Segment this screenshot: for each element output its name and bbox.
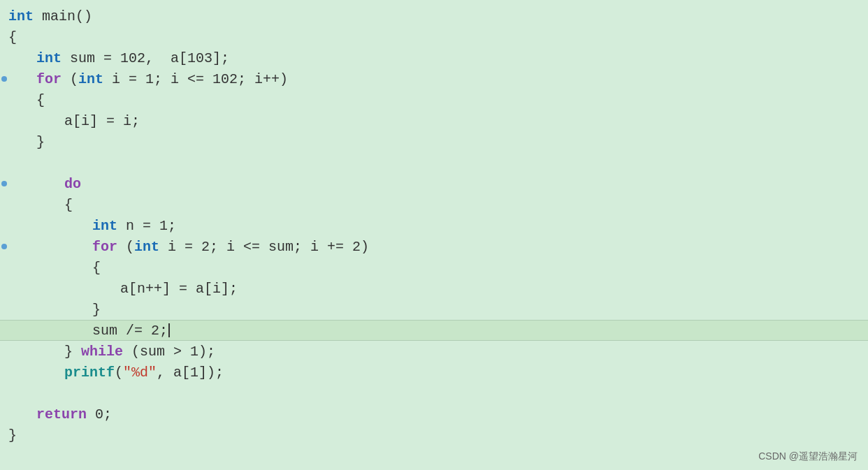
code-token: do: [64, 176, 81, 192]
code-token: sum = 102, a[103];: [62, 50, 229, 66]
line-content: }: [8, 134, 45, 150]
line-indicator: [0, 181, 8, 186]
code-token: {: [36, 92, 45, 108]
code-line: do: [0, 173, 868, 194]
code-line: {: [0, 27, 868, 47]
line-content: }: [8, 427, 17, 443]
code-token: (sum > 1);: [123, 344, 215, 360]
line-indicator: [0, 244, 8, 249]
code-line: }: [0, 131, 868, 152]
code-token: }: [36, 134, 45, 150]
code-line: {: [0, 89, 868, 110]
code-token: (: [62, 71, 78, 87]
code-line: } while (sum > 1);: [0, 341, 868, 362]
code-token: }: [64, 344, 81, 360]
code-token: sum /= 2;: [92, 323, 168, 339]
code-token: {: [8, 29, 17, 45]
code-token: a[n++] = a[i];: [120, 281, 238, 297]
code-token: i = 2; i <= sum; i += 2): [159, 239, 369, 255]
code-token: i = 1; i <= 102; i++): [103, 71, 288, 87]
code-token: }: [92, 302, 101, 318]
code-token: (: [115, 365, 123, 381]
line-content: {: [8, 92, 45, 108]
code-line: int sum = 102, a[103];: [0, 47, 868, 68]
line-content: do: [8, 176, 81, 192]
code-lines: int main(){int sum = 102, a[103];for (in…: [0, 6, 868, 446]
code-token: {: [64, 197, 73, 213]
code-token: for: [36, 71, 62, 87]
breakpoint-dot: [1, 181, 7, 186]
code-line: a[n++] = a[i];: [0, 278, 868, 299]
code-token: "%d": [123, 365, 157, 381]
code-token: n = 1;: [117, 218, 176, 234]
line-content: }: [8, 302, 101, 318]
breakpoint-dot: [1, 76, 7, 82]
code-line: [0, 152, 868, 173]
line-content: int main(): [8, 8, 92, 24]
code-line: for (int i = 2; i <= sum; i += 2): [0, 236, 868, 257]
line-content: int n = 1;: [8, 218, 176, 234]
code-line: printf("%d", a[1]);: [0, 362, 868, 383]
line-content: a[i] = i;: [8, 113, 140, 129]
code-line: sum /= 2;: [0, 320, 868, 341]
code-editor: int main(){int sum = 102, a[103];for (in…: [0, 0, 868, 470]
code-line: int main(): [0, 6, 868, 27]
watermark: CSDN @遥望浩瀚星河: [758, 450, 858, 463]
line-content: for (int i = 1; i <= 102; i++): [8, 71, 288, 87]
code-token: 0;: [87, 406, 112, 423]
code-line: [0, 383, 868, 404]
line-content: return 0;: [8, 406, 112, 423]
code-line: return 0;: [0, 404, 868, 425]
line-content: } while (sum > 1);: [8, 344, 215, 360]
code-token: int: [92, 218, 117, 234]
code-token: for: [92, 239, 117, 255]
line-content: a[n++] = a[i];: [8, 281, 238, 297]
line-content: {: [8, 29, 17, 45]
breakpoint-dot: [1, 244, 7, 249]
code-token: return: [36, 406, 87, 423]
code-line: }: [0, 425, 868, 446]
code-token: printf: [64, 365, 115, 381]
code-token: {: [92, 260, 101, 276]
code-token: (: [117, 239, 134, 255]
code-line: {: [0, 194, 868, 215]
code-token: main(): [34, 8, 92, 24]
code-token: a[i] = i;: [64, 113, 140, 129]
line-content: {: [8, 197, 73, 213]
code-token: }: [8, 427, 17, 443]
code-token: int: [36, 50, 62, 66]
code-line: }: [0, 299, 868, 320]
line-content: {: [8, 260, 101, 276]
code-line: a[i] = i;: [0, 110, 868, 131]
line-content: for (int i = 2; i <= sum; i += 2): [8, 239, 369, 255]
code-line: {: [0, 257, 868, 278]
code-token: int: [8, 8, 34, 24]
text-cursor: [168, 323, 170, 337]
line-content: printf("%d", a[1]);: [8, 365, 224, 381]
code-token: , a[1]);: [157, 365, 224, 381]
code-line: for (int i = 1; i <= 102; i++): [0, 68, 868, 89]
line-indicator: [0, 76, 8, 82]
code-token: while: [81, 344, 123, 360]
line-content: int sum = 102, a[103];: [8, 50, 229, 66]
line-content: sum /= 2;: [8, 323, 170, 339]
code-token: int: [134, 239, 159, 255]
code-token: int: [78, 71, 103, 87]
code-line: int n = 1;: [0, 215, 868, 236]
